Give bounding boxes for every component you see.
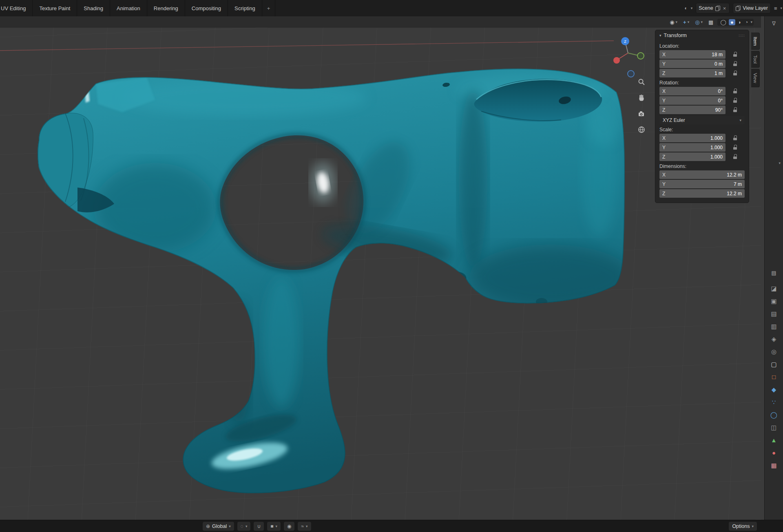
properties-tab-world[interactable]: ◎ [770,349,779,355]
location-z-field[interactable]: Z1 m [659,69,725,77]
properties-tab-collection[interactable]: ▢ [770,361,779,367]
scene-canvas[interactable] [0,16,761,520]
rotation-x-lock[interactable] [731,88,739,94]
properties-tab-render[interactable]: ▣ [770,298,779,304]
editor-menu-icon[interactable]: ≡ [774,5,777,11]
properties-tab-object[interactable]: □ [770,374,779,380]
tab-animation[interactable]: Animation [110,0,147,16]
tab-shading[interactable]: Shading [77,0,110,16]
sidebar-tab-view[interactable]: View [751,69,760,87]
rotation-label: Rotation: [659,80,745,86]
properties-tab-tool[interactable]: ◪ [770,285,779,291]
orthographic-grid-icon[interactable] [636,124,647,135]
view-layer-field[interactable]: View Layer [733,3,771,13]
show-overlays-toggle[interactable]: ◎▾ [693,19,704,25]
editor-menu-chevron-icon[interactable]: ▾ [780,6,782,10]
tab-texture-paint[interactable]: Texture Paint [33,0,77,16]
navigation-gizmo[interactable]: Z [610,35,646,79]
scale-z-field[interactable]: Z1.000 [659,152,725,161]
region-toggle-icon[interactable]: ▾ [779,161,781,165]
rotation-z-field[interactable]: Z90° [659,106,725,114]
sidebar-tab-tool[interactable]: Tool [751,51,760,68]
scale-z-lock[interactable] [731,154,739,159]
scene-browse-chevron-icon[interactable]: ▾ [691,6,693,10]
proportional-falloff-dropdown[interactable]: ≈ ▾ [298,522,311,531]
dimensions-x-row: X12.2 m [659,170,745,179]
transform-panel-header[interactable]: ▾ Transform ∷∷ [659,30,745,41]
shading-rendered-button[interactable]: ◔ [743,19,750,25]
properties-tab-physics[interactable]: ◯ [770,412,779,418]
snap-settings-dropdown[interactable]: ■ ▾ [267,522,281,531]
properties-tab-modifiers[interactable]: ◆ [770,386,779,393]
location-z-lock[interactable] [731,71,739,76]
camera-view-icon[interactable] [636,108,647,119]
shading-wireframe-button[interactable]: ◯ [719,19,728,25]
scale-y-field[interactable]: Y1.000 [659,143,725,152]
location-x-field[interactable]: X18 m [659,50,725,59]
scale-label: Scale: [659,127,745,132]
falloff-icon: ≈ [301,523,304,529]
object-visibility-button[interactable]: ◉▾ [668,19,679,25]
scale-x-lock[interactable] [731,135,739,141]
properties-tab-constraints[interactable]: ◫ [770,424,779,430]
rotation-mode-dropdown[interactable]: XYZ Euler ▾ [659,116,745,124]
add-workspace-button[interactable]: + [262,0,276,16]
location-x-row: X18 m [659,50,745,59]
tab-uv-editing[interactable]: UV Editing [0,0,33,16]
shading-solid-button[interactable]: ● [729,19,735,25]
collapse-icon[interactable]: ▾ [659,33,661,38]
properties-tab-view-layer[interactable]: ▥ [770,323,779,329]
shading-options-chevron-icon[interactable]: ▾ [750,20,752,24]
location-y-lock[interactable] [731,61,739,66]
scale-x-field[interactable]: X1.000 [659,134,725,142]
rotation-y-lock[interactable] [731,98,739,103]
tab-rendering[interactable]: Rendering [147,0,185,16]
zoom-icon[interactable] [636,77,647,87]
properties-tab-data[interactable]: ▲ [770,437,779,443]
properties-tab-output[interactable]: ▤ [770,311,779,317]
properties-editor-menu-icon[interactable]: ▤ [765,270,783,276]
scale-y-row: Y1.000 [659,143,745,152]
snap-target-icon: ■ [270,523,273,529]
xray-toggle[interactable]: ▩ [707,19,715,25]
tab-compositing[interactable]: Compositing [185,0,228,16]
view-layer-name[interactable]: View Layer [743,5,768,11]
rotation-x-field[interactable]: X0° [659,87,725,95]
scene-name-field[interactable]: Scene × [696,3,730,13]
scale-y-lock[interactable] [731,145,739,150]
location-x-lock[interactable] [731,52,739,57]
gizmo-x-axis[interactable] [613,57,620,64]
tab-scripting[interactable]: Scripting [228,0,262,16]
properties-tab-texture[interactable]: ▦ [770,462,779,468]
transform-orientation-dropdown[interactable]: ⊕ Global ▾ [203,522,234,531]
properties-tab-scene[interactable]: ◈ [770,336,779,342]
snap-toggle[interactable]: ∪ [254,522,264,531]
tool-settings-cluster: ⊕ Global ▾ ◌ ▾ ∪ ■ ▾ ◉ ≈ ▾ [203,520,311,532]
pan-hand-icon[interactable] [636,93,647,103]
dimensions-y-field[interactable]: Y7 m [659,180,745,188]
show-gizmos-toggle[interactable]: +▾ [681,19,691,25]
scene-name[interactable]: Scene [699,5,713,11]
location-y-field[interactable]: Y0 m [659,60,725,68]
rotation-z-lock[interactable] [731,107,739,113]
filter-icon[interactable]: ∇ [765,20,783,26]
gizmo-z-negative-axis[interactable] [628,71,634,77]
properties-tab-material[interactable]: ● [770,450,779,456]
rotation-y-field[interactable]: Y0° [659,96,725,105]
sidebar-tab-item[interactable]: Item [751,33,760,50]
properties-tab-particles[interactable]: ∵ [770,399,779,405]
model-mesh-object[interactable] [38,68,632,493]
dimensions-x-field[interactable]: X12.2 m [659,170,745,179]
pivot-point-dropdown[interactable]: ◌ ▾ [237,522,251,531]
options-dropdown[interactable]: Options ▾ [729,522,757,531]
gizmo-y-axis[interactable] [637,53,644,59]
panel-grip-icon[interactable]: ∷∷ [739,33,745,38]
viewport-3d[interactable]: ◉▾ +▾ ◎▾ ▩ ◯ ● ◑ ◔ ▾ [0,16,761,520]
chevron-down-icon: ▾ [306,524,308,528]
dimensions-z-field[interactable]: Z12.2 m [659,189,745,198]
scene-browse-icon[interactable]: ◐ [684,5,687,11]
unlink-scene-icon[interactable]: × [722,5,727,11]
proportional-editing-toggle[interactable]: ◉ [284,522,294,531]
shading-material-button[interactable]: ◑ [736,19,743,25]
duplicate-scene-icon[interactable] [715,6,720,11]
